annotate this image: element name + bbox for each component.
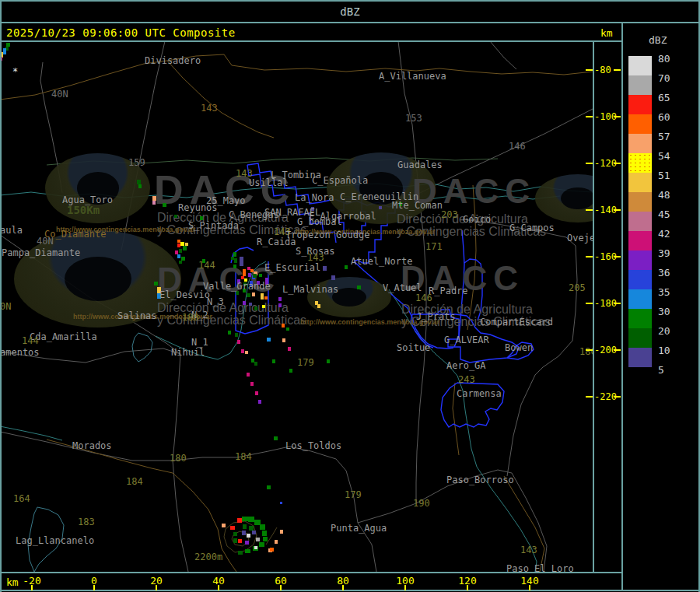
right-axis-tick [614, 349, 621, 351]
place-name-label: Atuel_Norte [351, 257, 412, 266]
radar-echo-pixel [264, 296, 268, 300]
radar-app-window: dBZ 2025/10/23 09:06:00 UTC Composite km… [0, 0, 700, 592]
radar-echo-pixel [233, 538, 237, 543]
legend-value-label: 70 [658, 73, 670, 83]
radar-echo-pixel [323, 266, 327, 271]
radar-echo-pixel [228, 331, 231, 335]
radar-echo-pixel [267, 338, 271, 342]
gray-map-line [173, 447, 358, 523]
route-number-label: 190 [413, 499, 430, 508]
route-number-label: 164 [13, 494, 30, 503]
route-number-label: 184 [126, 477, 143, 486]
radar-echo-pixel [230, 526, 235, 530]
route-number-label: 203 [441, 210, 458, 219]
right-axis-tick [614, 163, 621, 164]
place-name-label: Salinas [117, 311, 157, 321]
radar-echo-pixel [267, 485, 271, 489]
radar-echo-pixel [248, 273, 251, 277]
place-name-label: V_Atuel [383, 283, 422, 292]
place-name-label: Valle_Grande [203, 282, 271, 291]
radar-echo-pixel [259, 274, 262, 277]
radar-echo-pixel [238, 539, 242, 543]
place-name-label: 40N [37, 236, 54, 246]
place-name-label: * [12, 67, 18, 76]
radar-echo-pixel [256, 538, 260, 541]
radar-echo-pixel [270, 548, 274, 552]
legend-value-label: 51 [658, 170, 670, 180]
radar-echo-pixel [243, 269, 246, 276]
route-number-label: 171 [425, 242, 443, 251]
radar-echo-pixel [185, 243, 188, 246]
bottom-axis-tick [156, 585, 157, 590]
right-axis-tick [614, 303, 621, 304]
radar-echo-pixel [2, 57, 2, 61]
legend-color-swatch [628, 328, 652, 348]
radar-echo-pixel [152, 201, 156, 205]
radar-echo-pixel [254, 546, 257, 549]
route-number-label: 143 [307, 253, 324, 262]
radar-echo-pixel [177, 254, 180, 258]
legend-color-swatch [628, 56, 652, 75]
place-name-label: J_Prats [416, 312, 456, 321]
bottom-axis-tick [218, 585, 219, 590]
radar-echo-pixel [233, 532, 237, 536]
radar-echo-pixel [253, 274, 257, 278]
place-name-label: Pampa_Diamante [2, 248, 80, 257]
radar-echo-pixel [240, 257, 243, 266]
place-name-label: N_3 [207, 297, 224, 307]
radar-echo-pixel [252, 531, 256, 534]
radar-echo-pixel [247, 373, 250, 377]
radar-echo-pixel [231, 257, 234, 260]
radar-echo-pixel [3, 48, 6, 54]
legend-value-label: 30 [658, 307, 670, 317]
right-axis-tick-label: -80 [594, 65, 611, 75]
brown-map-line [167, 61, 274, 138]
map-border-tick [586, 303, 593, 304]
legend-value-label: 80 [658, 54, 670, 64]
bottom-axis-tick [31, 585, 33, 590]
brown-map-line [2, 54, 593, 100]
radar-echo-pixel [247, 534, 250, 538]
legend-value-label: 5 [658, 365, 664, 375]
radar-echo-pixel [254, 307, 257, 310]
route-number-label: 179 [297, 358, 314, 367]
radar-map-canvas[interactable]: DACCDACCDACCDACCDirección de Agricultura… [2, 42, 593, 573]
place-name-label: Nihuil [171, 348, 205, 357]
legend-value-label: 42 [658, 229, 670, 239]
place-name-label: Usillal [249, 178, 289, 187]
place-name-label: Goico [463, 215, 491, 224]
route-number-label: 144 [22, 336, 39, 345]
place-name-label: Oveje [567, 233, 593, 243]
place-name-label: G_Campos [509, 223, 555, 233]
radar-echo-pixel [183, 246, 187, 250]
title-separator [0, 22, 700, 23]
radar-echo-pixel [289, 369, 292, 373]
radar-echo-pixel [238, 551, 243, 555]
route-number-label: Co_Diamante [44, 229, 106, 239]
place-name-label: Cda_Amarilla [30, 332, 97, 342]
place-name-label: A_Villanueva [379, 72, 446, 81]
place-name-label: G_ALVEAR [444, 335, 489, 345]
place-name-label: 146 [509, 142, 526, 151]
route-number-label: 0N [2, 302, 11, 311]
radar-echo-pixel [249, 526, 254, 531]
legend-value-label: 54 [658, 151, 670, 161]
map-border-tick [586, 69, 593, 71]
radar-echo-pixel [245, 351, 248, 354]
radar-echo-pixel [331, 275, 335, 280]
radar-echo-pixel [247, 293, 250, 297]
radar-echo-pixel [250, 382, 254, 386]
radar-echo-pixel [179, 261, 182, 264]
legend-color-swatch [628, 75, 652, 95]
legend-color-swatch [628, 348, 652, 367]
radar-echo-pixel [163, 203, 166, 207]
gray-map-line [490, 42, 516, 69]
map-border-tick [586, 209, 593, 211]
place-name-label: 153 [405, 114, 422, 123]
map-border-tick [586, 116, 593, 117]
legend-value-label: 39 [658, 248, 670, 258]
right-axis-tick [614, 396, 621, 398]
radar-echo-pixel [177, 243, 180, 247]
timestamp-label: 2025/10/23 09:06:00 UTC Composite [6, 26, 236, 39]
route-number-label: 2200m [194, 552, 222, 562]
